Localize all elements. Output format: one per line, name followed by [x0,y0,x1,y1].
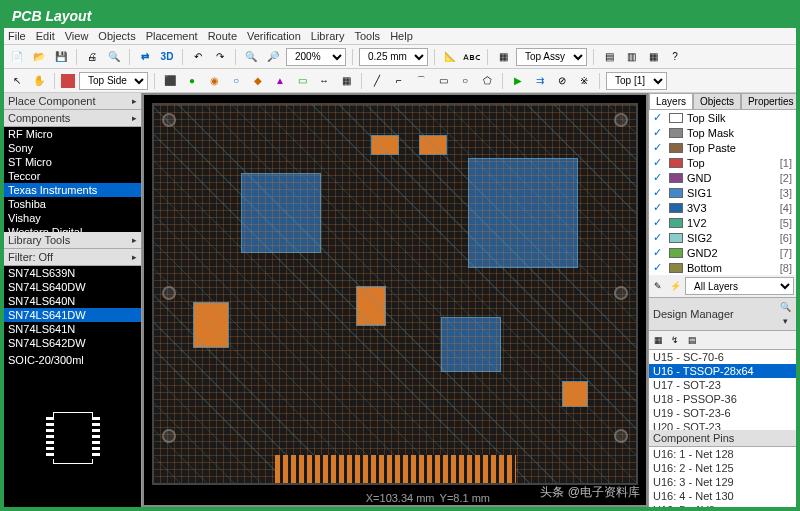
list-item[interactable]: U18 - PSSOP-36 [649,392,796,406]
list-item[interactable]: Toshiba [4,197,141,211]
run-icon[interactable]: ▶ [509,72,527,90]
layer-filter-select[interactable]: All Layers [685,277,794,295]
tab-properties[interactable]: Properties [741,93,796,109]
check-icon[interactable]: ✓ [653,111,665,124]
layer-swatch[interactable] [669,203,683,213]
pcb-board[interactable] [152,103,638,485]
menu-placement[interactable]: Placement [146,30,198,42]
check-icon[interactable]: ✓ [653,126,665,139]
grid-select[interactable]: 0.25 mm [359,48,428,66]
check-icon[interactable]: ✓ [653,171,665,184]
new-icon[interactable]: 📄 [8,48,26,66]
layer-row[interactable]: ✓GND[2] [649,170,796,185]
dimension-icon[interactable]: ↔ [315,72,333,90]
route-layer-select[interactable]: Top [1] [606,72,667,90]
list-item[interactable]: U16: 5 - 1V8 [649,503,796,507]
layer-row[interactable]: ✓3V3[4] [649,200,796,215]
layer-swatch[interactable] [669,173,683,183]
dm-net-icon[interactable]: ↯ [668,333,682,347]
layer-row[interactable]: ✓Top[1] [649,155,796,170]
layer-color-icon[interactable] [61,74,75,88]
panel-icon[interactable]: ▤ [600,48,618,66]
arc-icon[interactable]: ⌒ [412,72,430,90]
list-item[interactable]: U16 - TSSOP-28x64 [649,364,796,378]
print-icon[interactable]: 🖨 [83,48,101,66]
line-icon[interactable]: ╱ [368,72,386,90]
layer-row[interactable]: ✓Bottom[8] [649,260,796,275]
canvas-area[interactable]: X=103.34 mm Y=8.1 mm 头条 @电子资料库 [142,93,648,507]
layer-icon[interactable]: ▦ [494,48,512,66]
layer-swatch[interactable] [669,233,683,243]
list-item[interactable]: SN74LS640N [4,294,141,308]
library-tools-header[interactable]: Library Tools▸ [4,232,141,249]
polyline-icon[interactable]: ⌐ [390,72,408,90]
list-item[interactable]: U16: 3 - Net 129 [649,475,796,489]
zoom-in-icon[interactable]: 🔍 [242,48,260,66]
list-item[interactable]: U16: 4 - Net 130 [649,489,796,503]
menu-help[interactable]: Help [390,30,413,42]
part-list[interactable]: SN74LS639NSN74LS640DWSN74LS640NSN74LS641… [4,266,141,352]
layer-view-select[interactable]: Top Assy [516,48,587,66]
menu-route[interactable]: Route [208,30,237,42]
list-item[interactable]: U16: 2 - Net 125 [649,461,796,475]
list-item[interactable]: ST Micro [4,155,141,169]
pad-icon[interactable]: ● [183,72,201,90]
select-icon[interactable]: ↖ [8,72,26,90]
layer-row[interactable]: ✓GND2[7] [649,245,796,260]
layer-row[interactable]: ✓Top Paste [649,140,796,155]
list-item[interactable]: SN74LS642DW [4,336,141,350]
unroute-icon[interactable]: ⊘ [553,72,571,90]
open-icon[interactable]: 📂 [30,48,48,66]
layer-swatch[interactable] [669,113,683,123]
fanout-icon[interactable]: ※ [575,72,593,90]
list-item[interactable]: U20 - SOT-23 [649,420,796,430]
layer-row[interactable]: ✓SIG1[3] [649,185,796,200]
list-item[interactable]: U15 - SC-70-6 [649,350,796,364]
list-item[interactable]: Teccor [4,169,141,183]
filter-header[interactable]: Filter: Off▸ [4,249,141,266]
layer-swatch[interactable] [669,188,683,198]
layer-row[interactable]: ✓1V2[5] [649,215,796,230]
menu-tools[interactable]: Tools [354,30,380,42]
zoom-out-icon[interactable]: 🔎 [264,48,282,66]
list-item[interactable]: SN74LS639N [4,266,141,280]
check-icon[interactable]: ✓ [653,246,665,259]
menu-library[interactable]: Library [311,30,345,42]
list-item[interactable]: SN74LS640DW [4,280,141,294]
redo-icon[interactable]: ↷ [211,48,229,66]
side-select[interactable]: Top Side [79,72,148,90]
check-icon[interactable]: ✓ [653,141,665,154]
board-icon[interactable]: ▭ [293,72,311,90]
tab-objects[interactable]: Objects [693,93,741,109]
check-icon[interactable]: ✓ [653,186,665,199]
copper-icon[interactable]: ◆ [249,72,267,90]
menu-view[interactable]: View [65,30,89,42]
list-item[interactable]: SN74LS641DW [4,308,141,322]
dm-pin-list[interactable]: U16: 1 - Net 128U16: 2 - Net 125U16: 3 -… [649,447,796,507]
list-item[interactable]: Vishay [4,211,141,225]
layer-swatch[interactable] [669,158,683,168]
zoom-select[interactable]: 200% [286,48,346,66]
panel2-icon[interactable]: ▥ [622,48,640,66]
layer-swatch[interactable] [669,128,683,138]
dm-component-list[interactable]: U15 - SC-70-6U16 - TSSOP-28x64U17 - SOT-… [649,350,796,430]
text-icon[interactable]: ᴀʙᴄ [463,48,481,66]
preview-icon[interactable]: 🔍 [105,48,123,66]
layer-swatch[interactable] [669,263,683,273]
list-item[interactable]: SN74LS641N [4,322,141,336]
tab-layers[interactable]: Layers [649,93,693,109]
place-component-header[interactable]: Place Component▸ [4,93,141,110]
dm-chip-icon[interactable]: ▦ [651,333,665,347]
ruler-icon[interactable]: 📐 [441,48,459,66]
list-item[interactable]: U17 - SOT-23 [649,378,796,392]
list-item[interactable]: Sony [4,141,141,155]
hole-icon[interactable]: ○ [227,72,245,90]
layer-row[interactable]: ✓Top Mask [649,125,796,140]
layer-lightning-icon[interactable]: ⚡ [668,279,682,293]
circle-icon[interactable]: ○ [456,72,474,90]
check-icon[interactable]: ✓ [653,201,665,214]
rect-icon[interactable]: ▭ [434,72,452,90]
table-icon[interactable]: ▦ [337,72,355,90]
component-icon[interactable]: ⬛ [161,72,179,90]
layer-swatch[interactable] [669,143,683,153]
